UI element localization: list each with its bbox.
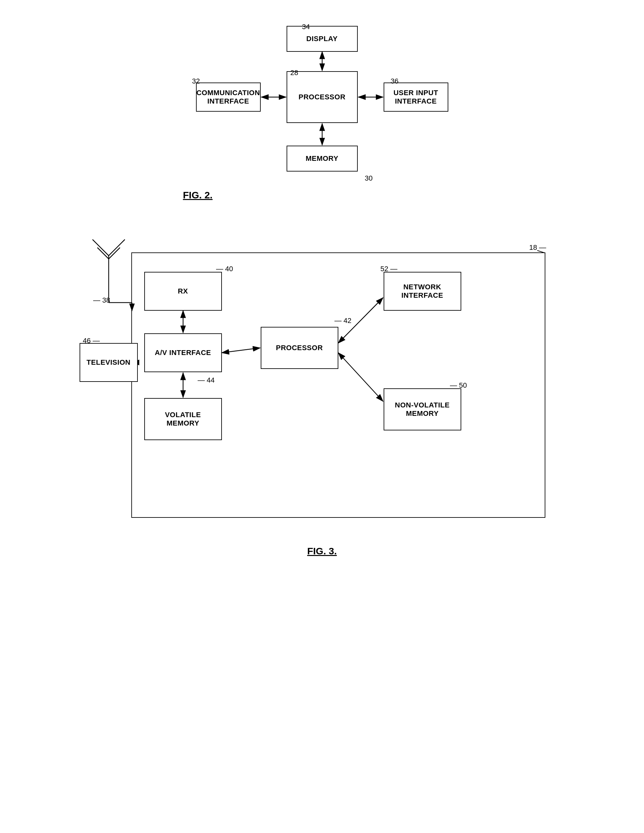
fig2-ref-processor: 28 <box>291 69 298 77</box>
svg-text:18 —: 18 — <box>529 243 546 251</box>
fig2-display-block: DISPLAY <box>287 26 358 52</box>
fig2-user-label: USER INPUT INTERFACE <box>393 88 438 106</box>
fig3-nonvolatile-label: NON-VOLATILE MEMORY <box>395 401 450 418</box>
svg-line-9 <box>93 240 109 256</box>
fig3-av-block: A/V INTERFACE <box>144 333 222 372</box>
fig3-nonvolatile-block: NON-VOLATILE MEMORY <box>384 388 461 430</box>
fig2-user-block: USER INPUT INTERFACE <box>384 82 448 112</box>
svg-line-12 <box>109 248 120 259</box>
svg-line-10 <box>109 240 125 256</box>
fig2-ref-display: 34 <box>302 23 310 31</box>
fig3-processor-label: PROCESSOR <box>276 344 323 352</box>
fig2-memory-block: MEMORY <box>287 146 358 172</box>
fig3-volatile-label: VOLATILE MEMORY <box>165 411 201 428</box>
svg-line-11 <box>97 248 109 259</box>
fig3-rx-label: RX <box>178 287 188 296</box>
fig2-ref-comm: 32 <box>192 77 200 85</box>
fig3-television-label: TELEVISION <box>87 358 131 367</box>
fig2-processor-label: PROCESSOR <box>299 93 345 101</box>
fig3-volatile-block: VOLATILE MEMORY <box>144 398 222 440</box>
fig3-network-label: NETWORK INTERFACE <box>401 283 443 300</box>
fig2-memory-label: MEMORY <box>306 154 338 163</box>
fig2-diagram: DISPLAY 34 PROCESSOR 28 COMMUNICATION IN… <box>177 19 468 207</box>
fig2-comm-block: COMMUNICATION INTERFACE <box>196 82 261 112</box>
fig3-diagram: — 38 18 — — 40 — 44 — 48 <box>80 233 565 550</box>
fig2-ref-memory: 30 <box>365 174 373 183</box>
fig2-comm-label: COMMUNICATION INTERFACE <box>196 88 260 106</box>
fig2-processor-block: PROCESSOR <box>287 71 358 123</box>
fig3-network-block: NETWORK INTERFACE <box>384 272 461 311</box>
fig3-processor-block: PROCESSOR <box>261 327 338 369</box>
fig2-ref-user: 36 <box>391 77 398 85</box>
fig3-television-block: TELEVISION <box>80 343 138 382</box>
fig3-title: FIG. 3. <box>307 546 337 556</box>
fig3-rx-block: RX <box>144 272 222 311</box>
fig3-av-label: A/V INTERFACE <box>155 349 211 357</box>
fig2-display-label: DISPLAY <box>306 35 338 43</box>
svg-text:— 38: — 38 <box>93 296 110 304</box>
fig2-title: FIG. 2. <box>183 190 213 201</box>
